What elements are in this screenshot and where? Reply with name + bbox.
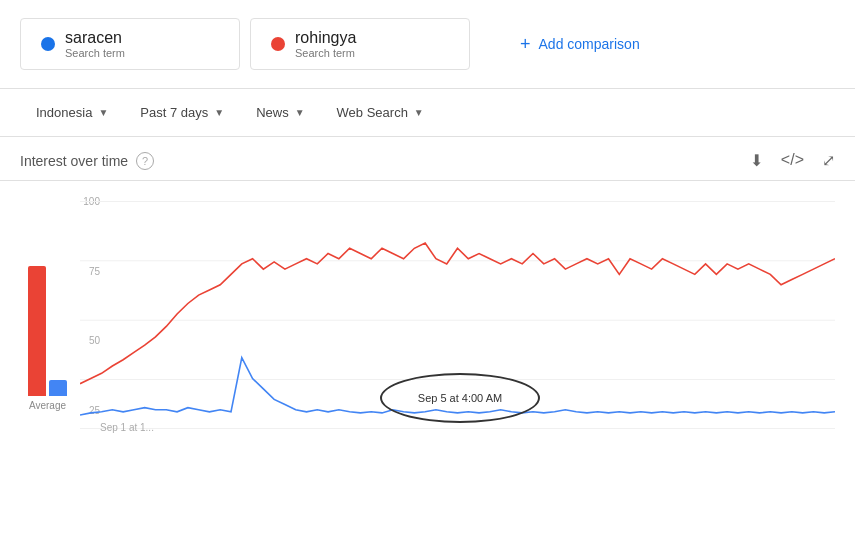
saracen-type: Search term	[65, 47, 125, 59]
section-actions: ⬇ </> ⤢	[750, 151, 835, 170]
avg-bar-group	[28, 196, 67, 396]
search-term-saracen[interactable]: saracen Search term	[20, 18, 240, 70]
info-icon[interactable]: ?	[136, 152, 154, 170]
filter-search-type-arrow: ▼	[414, 107, 424, 118]
annotation-ellipse: Sep 5 at 4:00 AM	[380, 373, 540, 423]
search-terms-bar: saracen Search term rohingya Search term…	[0, 0, 855, 89]
x-axis: Sep 1 at 1...	[100, 422, 815, 433]
filter-search-type-label: Web Search	[337, 105, 408, 120]
filter-category-label: News	[256, 105, 289, 120]
share-icon[interactable]: ⤢	[822, 151, 835, 170]
chart-inner: Average 100 75 50 25 Sep 1 at 1...	[20, 191, 835, 441]
annotation-text: Sep 5 at 4:00 AM	[418, 392, 502, 404]
filter-region[interactable]: Indonesia ▼	[20, 99, 124, 126]
avg-section: Average	[20, 181, 75, 411]
avg-bar-blue	[49, 380, 67, 396]
filter-category-arrow: ▼	[295, 107, 305, 118]
embed-icon[interactable]: </>	[781, 151, 804, 170]
filter-region-arrow: ▼	[98, 107, 108, 118]
filter-bar: Indonesia ▼ Past 7 days ▼ News ▼ Web Sea…	[0, 89, 855, 137]
rohingya-type: Search term	[295, 47, 356, 59]
section-title: Interest over time	[20, 153, 128, 169]
avg-label: Average	[29, 400, 66, 411]
filter-period[interactable]: Past 7 days ▼	[124, 99, 240, 126]
search-term-rohingya[interactable]: rohingya Search term	[250, 18, 470, 70]
filter-region-label: Indonesia	[36, 105, 92, 120]
rohingya-text: rohingya Search term	[295, 29, 356, 59]
rohingya-name: rohingya	[295, 29, 356, 47]
red-line	[80, 243, 835, 384]
plus-icon: +	[520, 34, 531, 55]
chart-container: Average 100 75 50 25 Sep 1 at 1...	[0, 181, 855, 471]
add-comparison-button[interactable]: + Add comparison	[500, 24, 660, 65]
filter-period-label: Past 7 days	[140, 105, 208, 120]
download-icon[interactable]: ⬇	[750, 151, 763, 170]
add-comparison-label: Add comparison	[539, 36, 640, 52]
saracen-text: saracen Search term	[65, 29, 125, 59]
filter-search-type[interactable]: Web Search ▼	[321, 99, 440, 126]
section-header: Interest over time ? ⬇ </> ⤢	[0, 137, 855, 181]
saracen-name: saracen	[65, 29, 125, 47]
avg-bar-red	[28, 266, 46, 396]
saracen-dot	[41, 37, 55, 51]
rohingya-dot	[271, 37, 285, 51]
section-title-group: Interest over time ?	[20, 152, 154, 170]
x-label-start: Sep 1 at 1...	[100, 422, 154, 433]
filter-period-arrow: ▼	[214, 107, 224, 118]
filter-category[interactable]: News ▼	[240, 99, 320, 126]
